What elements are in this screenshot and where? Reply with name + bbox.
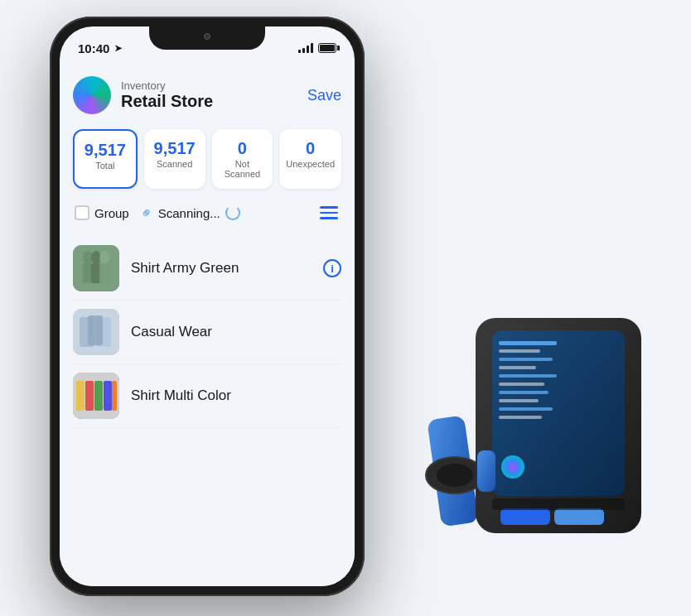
stats-row: 9,517 Total 9,517 Scanned 0 Not Scanned … bbox=[73, 129, 341, 189]
list-item-2[interactable]: Casual Wear bbox=[73, 301, 341, 364]
toolbar-left: Group ⚭ Scanning... bbox=[75, 204, 240, 222]
scanner-svg bbox=[409, 285, 674, 566]
phone-screen: 10:40 ➤ bbox=[60, 26, 355, 586]
svg-rect-24 bbox=[499, 358, 553, 361]
group-checkbox bbox=[75, 205, 89, 220]
stat-not-scanned-value: 0 bbox=[219, 139, 267, 157]
time-label: 10:40 bbox=[78, 41, 109, 55]
svg-rect-29 bbox=[499, 399, 539, 402]
group-button[interactable]: Group bbox=[75, 205, 129, 220]
phone-notch bbox=[149, 26, 265, 50]
svg-rect-16 bbox=[112, 381, 117, 411]
header-left: Inventory Retail Store bbox=[73, 76, 213, 114]
signal-bars bbox=[298, 43, 313, 53]
link-icon: ⚭ bbox=[136, 202, 157, 224]
svg-rect-28 bbox=[499, 391, 548, 394]
battery-icon bbox=[318, 43, 336, 53]
stat-unexpected[interactable]: 0 Unexpected bbox=[279, 129, 341, 189]
scanner-device bbox=[409, 285, 674, 566]
list-item-3[interactable]: Shirt Multi Color bbox=[73, 364, 341, 428]
stat-total[interactable]: 9,517 Total bbox=[73, 129, 138, 189]
menu-line-3 bbox=[320, 217, 338, 219]
signal-bar-3 bbox=[307, 46, 309, 53]
app-logo bbox=[73, 76, 111, 114]
svg-rect-13 bbox=[85, 381, 94, 411]
stat-total-label: Total bbox=[81, 161, 129, 171]
menu-line-1 bbox=[320, 206, 338, 209]
stat-unexpected-value: 0 bbox=[286, 139, 335, 157]
svg-rect-22 bbox=[499, 341, 557, 345]
signal-bar-2 bbox=[302, 48, 305, 53]
app-content: Inventory Retail Store Save 9,517 Total … bbox=[60, 63, 355, 586]
svg-rect-25 bbox=[499, 366, 536, 369]
item-thumbnail-2 bbox=[73, 309, 119, 355]
toolbar: Group ⚭ Scanning... bbox=[73, 204, 341, 222]
phone-shell: 10:40 ➤ bbox=[50, 17, 365, 596]
signal-bar-4 bbox=[311, 43, 313, 53]
spinner-icon bbox=[225, 205, 240, 220]
stat-not-scanned-label: Not Scanned bbox=[219, 159, 267, 179]
svg-rect-35 bbox=[477, 450, 495, 492]
scene: 10:40 ➤ bbox=[0, 0, 691, 616]
group-label: Group bbox=[94, 206, 129, 220]
svg-rect-26 bbox=[499, 374, 557, 378]
svg-point-19 bbox=[437, 464, 473, 487]
item-thumbnail-3 bbox=[73, 373, 119, 419]
svg-rect-15 bbox=[104, 381, 112, 411]
status-time: 10:40 ➤ bbox=[78, 41, 122, 55]
battery-fill bbox=[320, 45, 335, 51]
svg-rect-33 bbox=[500, 508, 550, 525]
stat-not-scanned[interactable]: 0 Not Scanned bbox=[212, 129, 273, 189]
svg-rect-14 bbox=[94, 381, 103, 411]
svg-rect-31 bbox=[499, 416, 542, 419]
svg-rect-36 bbox=[492, 498, 625, 510]
stat-total-value: 9,517 bbox=[81, 141, 129, 159]
stat-scanned-label: Scanned bbox=[151, 159, 199, 169]
item-name-3: Shirt Multi Color bbox=[131, 387, 341, 404]
info-i-label: i bbox=[331, 262, 334, 275]
scanning-label: Scanning... bbox=[158, 206, 220, 220]
scanning-button[interactable]: ⚭ Scanning... bbox=[141, 204, 240, 222]
stat-unexpected-label: Unexpected bbox=[286, 159, 335, 169]
location-icon: ➤ bbox=[114, 43, 122, 54]
save-button[interactable]: Save bbox=[307, 87, 341, 104]
camera-dot bbox=[204, 33, 210, 40]
menu-button[interactable] bbox=[318, 205, 340, 221]
item-list: Shirt Army Green i bbox=[73, 237, 341, 428]
svg-point-32 bbox=[501, 455, 524, 479]
svg-rect-27 bbox=[499, 383, 544, 386]
item-name-2: Casual Wear bbox=[131, 324, 341, 340]
menu-line-2 bbox=[320, 212, 338, 214]
item-name-1: Shirt Army Green bbox=[131, 260, 312, 277]
svg-rect-6 bbox=[99, 263, 109, 283]
stat-scanned-value: 9,517 bbox=[151, 139, 199, 157]
item-thumbnail-1 bbox=[73, 245, 119, 291]
svg-rect-30 bbox=[499, 407, 553, 411]
svg-point-3 bbox=[99, 251, 109, 264]
svg-rect-34 bbox=[554, 508, 604, 525]
svg-rect-23 bbox=[499, 349, 540, 353]
svg-rect-10 bbox=[88, 315, 103, 345]
stat-scanned[interactable]: 9,517 Scanned bbox=[144, 129, 205, 189]
header-title: Retail Store bbox=[121, 92, 213, 111]
header-text: Inventory Retail Store bbox=[121, 79, 213, 111]
app-header: Inventory Retail Store Save bbox=[73, 76, 341, 114]
list-item-1[interactable]: Shirt Army Green i bbox=[73, 237, 341, 301]
status-right bbox=[298, 43, 336, 53]
signal-bar-1 bbox=[298, 50, 301, 53]
svg-rect-12 bbox=[76, 381, 85, 411]
header-subtitle: Inventory bbox=[121, 79, 213, 92]
info-icon-1[interactable]: i bbox=[323, 259, 341, 277]
